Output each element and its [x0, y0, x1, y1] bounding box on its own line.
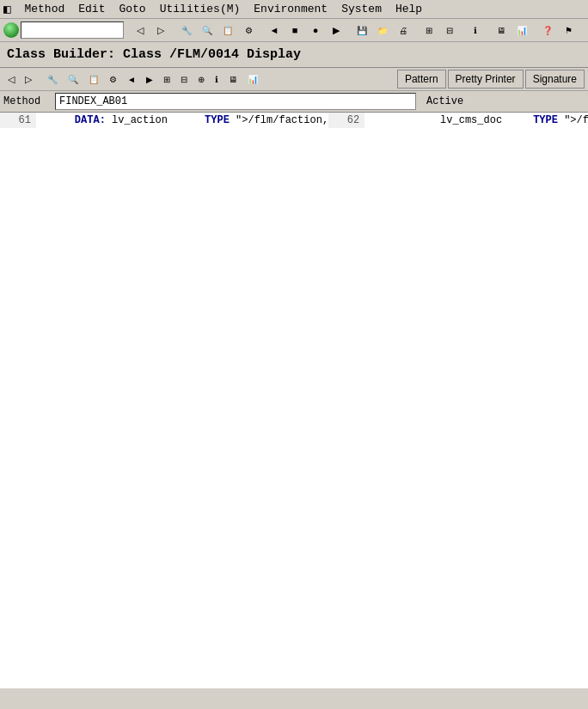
menu-system[interactable]: System [341, 3, 382, 15]
status-icon [3, 22, 19, 38]
command-input[interactable] [21, 21, 124, 39]
t2-btn-4[interactable]: ⚙ [105, 70, 121, 89]
toolbar-btn-14[interactable]: ℹ [466, 21, 485, 40]
toolbar-btn-9[interactable]: 💾 [352, 21, 371, 40]
toolbar-btn-6[interactable]: ■ [285, 21, 304, 40]
toolbar-btn-15[interactable]: 🖥 [492, 21, 511, 40]
toolbar-2: ◁ ▷ 🔧 🔍 📋 ⚙ ◄ ▶ ⊞ ⊟ ⊕ ℹ 🖥 📊 Pattern Pret… [0, 68, 588, 91]
table-row: 61 DATA: lv_action TYPE ">/flm/faction, [0, 113, 328, 128]
toolbar-btn-11[interactable]: 🖨 [394, 21, 413, 40]
pretty-printer-button[interactable]: Pretty Printer [448, 70, 524, 89]
t2-btn-12[interactable]: 📊 [243, 70, 262, 89]
t2-btn-3[interactable]: 📋 [84, 70, 103, 89]
method-bar: Method FINDEX_AB01 Active [0, 91, 588, 113]
back-button[interactable]: ◁ [131, 21, 150, 40]
menu-environment[interactable]: Environment [254, 3, 328, 15]
toolbar-btn-12[interactable]: ⊞ [420, 21, 438, 40]
toolbar-btn-1[interactable]: 🔧 [177, 21, 196, 40]
line-icon[interactable] [36, 113, 48, 128]
title-bar: Class Builder: Class /FLM/0014 Display [0, 42, 588, 68]
toolbar-btn-4[interactable]: ⚙ [239, 21, 258, 40]
toolbar-1: ◁ ▷ 🔧 🔍 📋 ⚙ ◄ ■ ● ▶ 💾 📁 🖨 ⊞ ⊟ ℹ 🖥 📊 ❓ ⚑ [0, 19, 588, 42]
toolbar-btn-16[interactable]: 📊 [512, 21, 531, 40]
active-badge: Active [426, 95, 463, 107]
menu-method[interactable]: Method [24, 3, 64, 15]
t2-btn-7[interactable]: ⊞ [159, 70, 175, 89]
forward-button[interactable]: ▷ [151, 21, 170, 40]
app-icon: ◧ [3, 2, 10, 16]
t2-btn-9[interactable]: ⊕ [193, 70, 209, 89]
nav-back-btn[interactable]: ◁ [3, 70, 19, 89]
menu-bar: ◧ Method Edit Goto Utilities(M) Environm… [0, 0, 588, 19]
toolbar-btn-3[interactable]: 📋 [218, 21, 237, 40]
line-number: 62 [328, 113, 364, 128]
method-input[interactable]: FINDEX_AB01 [55, 93, 416, 110]
signature-button[interactable]: Signature [525, 70, 585, 89]
line-code: DATA: lv_action TYPE ">/flm/faction, [48, 113, 328, 128]
toolbar-btn-5[interactable]: ◄ [265, 21, 284, 40]
menu-utilities[interactable]: Utilities(M) [160, 3, 241, 15]
line-number: 61 [0, 113, 36, 128]
t2-btn-11[interactable]: 🖥 [224, 70, 242, 89]
page-title: Class Builder: Class /FLM/0014 Display [7, 47, 301, 62]
line-icon[interactable] [364, 113, 377, 128]
toolbar-btn-7[interactable]: ● [306, 21, 325, 40]
toolbar-btn-2[interactable]: 🔍 [198, 21, 217, 40]
line-code: lv_cms_doc TYPE ">/flm/cms_doc, [377, 113, 588, 128]
table-row: 62 lv_cms_doc TYPE ">/flm/cms_doc, [328, 113, 588, 128]
t2-btn-1[interactable]: 🔧 [43, 70, 62, 89]
t2-btn-10[interactable]: ℹ [211, 70, 223, 89]
pattern-button[interactable]: Pattern [397, 70, 446, 89]
code-container: 61 DATA: lv_action TYPE ">/flm/faction,6… [0, 113, 588, 688]
method-label: Method [3, 95, 55, 107]
t2-btn-5[interactable]: ◄ [123, 70, 140, 89]
toolbar-btn-10[interactable]: 📁 [373, 21, 392, 40]
menu-edit[interactable]: Edit [78, 3, 105, 15]
toolbar-btn-13[interactable]: ⊟ [440, 21, 459, 40]
menu-help[interactable]: Help [395, 3, 422, 15]
nav-forward-btn[interactable]: ▷ [21, 70, 36, 89]
t2-btn-8[interactable]: ⊟ [176, 70, 192, 89]
toolbar-btn-18[interactable]: ⚑ [559, 21, 578, 40]
menu-goto[interactable]: Goto [119, 3, 145, 15]
toolbar-btn-8[interactable]: ▶ [327, 21, 346, 40]
toolbar-btn-17[interactable]: ❓ [538, 21, 557, 40]
t2-btn-6[interactable]: ▶ [142, 70, 157, 89]
t2-btn-2[interactable]: 🔍 [64, 70, 83, 89]
